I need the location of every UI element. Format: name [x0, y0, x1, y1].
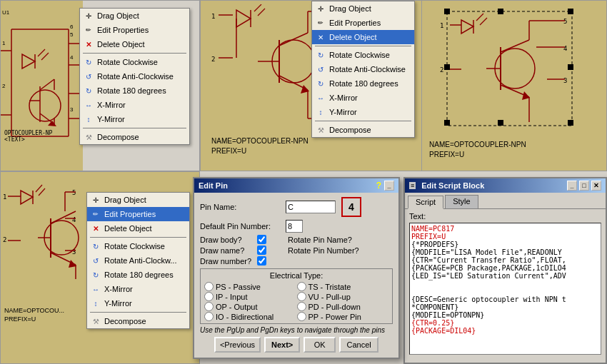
- script-line-2: PREFIX=U: [411, 233, 599, 241]
- draw-name-checkbox[interactable]: [257, 246, 266, 255]
- ctx3-edit[interactable]: ✏ Edit Properties: [87, 207, 189, 221]
- svg-marker-10: [22, 54, 35, 69]
- context-menu-2: ✛ Drag Object ✏ Edit Properties ✕ Delete…: [311, 1, 415, 138]
- tab-script[interactable]: Script: [408, 196, 443, 209]
- ctx3-ymirror[interactable]: ↕ Y-Mirror: [87, 296, 189, 310]
- edit-script-block: ≡ Edit Script Block _ □ ✕ Script Style T…: [403, 177, 607, 364]
- script-close-btn[interactable]: ✕: [591, 181, 601, 191]
- svg-line-41: [279, 33, 308, 46]
- pin-name-input[interactable]: [286, 201, 336, 213]
- ctx3-xmirror[interactable]: ↔ X-Mirror: [87, 282, 189, 296]
- rotate180-icon: ↻: [83, 85, 94, 96]
- cancel-button[interactable]: Cancel: [339, 337, 378, 353]
- ymirror-icon3: ↕: [90, 298, 101, 309]
- script-line-3: {*PROPDEFS}: [411, 241, 599, 248]
- ctx3-rotateccw[interactable]: ↺ Rotate Anti-Clockw...: [87, 253, 189, 268]
- script-line-11: *COMPONENT}: [411, 303, 599, 311]
- ctx2-ymirror[interactable]: ↕ Y-Mirror: [312, 105, 414, 119]
- script-maximize-btn[interactable]: □: [579, 181, 589, 191]
- script-body: Text: NAME=PC817 PREFIX=U {*PROPDEFS} {M…: [405, 209, 606, 358]
- xmirror-icon3: ↔: [90, 283, 101, 295]
- ctx1-xmirror[interactable]: ↔ X-Mirror: [80, 98, 189, 112]
- draw-number-row: Draw number?: [200, 256, 393, 266]
- ctx2-edit[interactable]: ✏ Edit Properties: [312, 16, 414, 30]
- rotate-ccw-icon3: ↺: [90, 255, 101, 266]
- ctx1-rotatecw[interactable]: ↻ Rotate Clockwise: [80, 55, 189, 69]
- ctx1-rotateccw[interactable]: ↺ Rotate Anti-Clockwise: [80, 69, 189, 84]
- minimize-button[interactable]: _: [384, 181, 394, 191]
- pgud-note: Use the PgUp and PgDn keys to navigate t…: [200, 326, 393, 334]
- script-line-10: {DESC=Generic optocoupler with NPN t: [411, 295, 599, 303]
- bottom-left-panel: 1 2 5 4 3 NAME=OPTOCOU... PREFIX=U ✛ Dra…: [0, 171, 200, 364]
- top-right-comp-name: NAME=OPTOCOUPLER-NPN PREFIX=U: [429, 140, 526, 160]
- ctx3-drag[interactable]: ✛ Drag Object: [87, 193, 189, 207]
- help-icon[interactable]: ?: [376, 181, 381, 191]
- next-button[interactable]: Next>: [264, 337, 300, 353]
- type-input[interactable]: IP - Input: [204, 292, 296, 301]
- type-pullup[interactable]: VU - Pull-up: [297, 292, 389, 301]
- ctx2-delete[interactable]: ✕ Delete Object: [312, 30, 414, 44]
- ctx1-sep1: [83, 53, 186, 54]
- tab-style[interactable]: Style: [445, 195, 478, 208]
- draw-number-checkbox[interactable]: [257, 256, 266, 266]
- ok-button[interactable]: OK: [304, 337, 336, 353]
- svg-rect-58: [498, 120, 503, 126]
- svg-line-12: [38, 49, 45, 56]
- svg-line-72: [476, 14, 483, 21]
- ctx2-drag[interactable]: ✛ Drag Object: [312, 1, 414, 16]
- xmirror-icon2: ↔: [315, 92, 326, 103]
- type-bidir[interactable]: IO - Bidirectional: [204, 312, 296, 321]
- svg-rect-54: [568, 9, 573, 14]
- type-pulldown[interactable]: PD - Pull-down: [297, 302, 389, 311]
- script-textarea[interactable]: NAME=PC817 PREFIX=U {*PROPDEFS} {MODFILE…: [409, 223, 601, 355]
- script-line-12: {MODFILE=OPTONPN}: [411, 311, 599, 319]
- default-pin-number-input[interactable]: [286, 220, 303, 233]
- delete-icon3: ✕: [90, 223, 101, 234]
- ctx2-rotateccw[interactable]: ↺ Rotate Anti-Clockwise: [312, 62, 414, 76]
- decompose-icon: ⚒: [83, 131, 94, 143]
- top-left-panel: OPTOCOUPLER-NP <TEXT> U1 6 5 1 4 2 3 ✛ D…: [0, 0, 200, 171]
- context-menu-1: ✛ Drag Object ✏ Edit Properties ✕ Delete…: [79, 8, 190, 145]
- drag-icon3: ✛: [90, 194, 101, 206]
- svg-text:5: 5: [72, 189, 76, 196]
- ctx2-decompose[interactable]: ⚒ Decompose: [312, 123, 414, 137]
- ctx3-rotatecw[interactable]: ↻ Rotate Clockwise: [87, 239, 189, 253]
- ctx3-rotate180[interactable]: ↻ Rotate 180 degrees: [87, 268, 189, 282]
- type-tristate[interactable]: TS - Tristate: [297, 282, 389, 291]
- script-line-13: {CTR=0.25}: [411, 319, 599, 327]
- script-minimize-btn[interactable]: _: [567, 181, 577, 191]
- rotate-cw-icon3: ↻: [90, 241, 101, 252]
- svg-line-76: [501, 40, 529, 52]
- ctx2-rotate180[interactable]: ↻ Rotate 180 degrees: [312, 76, 414, 91]
- ctx3-decompose[interactable]: ⚒ Decompose: [87, 314, 189, 328]
- svg-marker-18: [48, 121, 56, 126]
- script-titlebar-btns: _ □ ✕: [567, 181, 601, 191]
- decompose-icon2: ⚒: [315, 124, 326, 136]
- ctx1-edit[interactable]: ✏ Edit Properties: [80, 23, 189, 37]
- type-passive[interactable]: PS - Passive: [204, 282, 296, 291]
- ctx1-rotate180[interactable]: ↻ Rotate 180 degrees: [80, 84, 189, 98]
- ctx2-xmirror[interactable]: ↔ X-Mirror: [312, 91, 414, 105]
- svg-text:1: 1: [440, 22, 443, 29]
- type-output[interactable]: OP - Output: [204, 302, 296, 311]
- draw-body-checkbox[interactable]: [257, 235, 266, 244]
- svg-text:1: 1: [3, 193, 6, 201]
- ctx1-delete[interactable]: ✕ Delete Object: [80, 37, 189, 51]
- ctx3-delete[interactable]: ✕ Delete Object: [87, 221, 189, 236]
- ctx1-drag[interactable]: ✛ Drag Object: [80, 9, 189, 23]
- ctx1-ymirror[interactable]: ↕ Y-Mirror: [80, 112, 189, 126]
- rotate-cw-icon2: ↻: [315, 49, 326, 61]
- bottom-left-comp-name: NAME=OPTOCOU... PREFIX=U: [4, 306, 64, 324]
- previous-button[interactable]: <Previous: [214, 337, 261, 353]
- svg-text:4: 4: [563, 45, 567, 52]
- delete-icon2: ✕: [315, 31, 326, 43]
- ctx3-sep1: [90, 237, 186, 238]
- ctx2-rotatecw[interactable]: ↻ Rotate Clockwise: [312, 48, 414, 62]
- type-power[interactable]: PP - Power Pin: [297, 312, 389, 321]
- script-line-6: {PACKAGE=PCB Package,PACKAGE,1cDILO4: [411, 264, 599, 272]
- script-line-14: {PACKAGE=DIL04}: [411, 327, 599, 335]
- decompose-icon3: ⚒: [90, 315, 101, 327]
- ctx1-decompose[interactable]: ⚒ Decompose: [80, 130, 189, 144]
- draw-body-row: Draw body? Rotate Pin Name?: [200, 235, 393, 244]
- svg-rect-52: [444, 9, 450, 14]
